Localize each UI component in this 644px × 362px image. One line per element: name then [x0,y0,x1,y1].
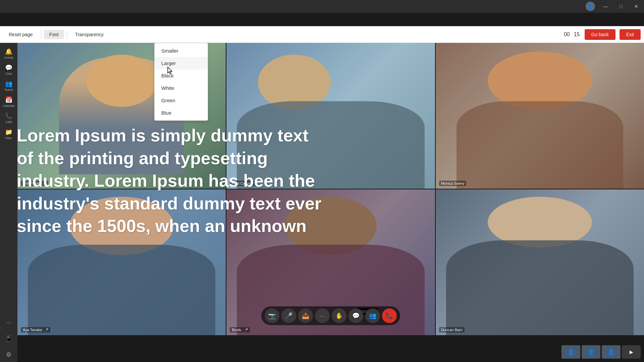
timer-seconds: 15 [574,32,580,38]
participant-label-britt: Britt Poker 🎤 [21,181,48,186]
sidebar-item-files[interactable]: 📁 Files [1,127,16,141]
participant-label-monica: Monica Saeny [439,181,467,186]
more-options-button[interactable]: ··· [315,308,330,323]
mini-avatar-1[interactable]: 👤 [561,345,580,359]
participant-label-bindu: Bindu 🎤 [230,327,250,333]
font-button[interactable]: Font [44,30,64,39]
mini-avatar-2[interactable]: 👤 [582,345,600,359]
sidebar-item-more[interactable]: ··· [1,315,16,330]
timer-minutes: 00 [564,32,570,38]
video-cell-paul: Paul Cannon [226,43,435,189]
annotation-bar: Reset page Font Transparency 00 15 Go ba… [0,26,644,43]
participant-label-paul: Paul Cannon [230,181,255,186]
mini-avatar-3[interactable]: 👤 [602,345,621,359]
transparency-button[interactable]: Transparency [70,30,109,39]
chat-icon: 💬 [5,64,12,71]
separator-2 [67,31,67,39]
bottom-right-avatars: 👤 👤 👤 ▶ [561,345,641,359]
minimize-button[interactable]: — [598,0,613,13]
files-icon: 📁 [5,128,12,136]
font-dropdown-menu: Smaller Larger Black White Green Blue [154,43,208,121]
title-bar-controls: — □ ✕ [598,0,644,13]
font-option-larger[interactable]: Larger [155,57,208,69]
separator-1 [41,31,41,39]
share-screen-button[interactable]: 📤 [298,308,313,323]
end-call-button[interactable]: 📞 [382,308,397,323]
video-toggle-button[interactable]: 📷 [265,308,279,323]
video-cell-aya: Aya Tanaka 🎤 [17,189,226,335]
reset-page-button[interactable]: Reset page [3,30,38,39]
mic-icon-aya: 🎤 [44,328,48,332]
video-cell-bindu: Bindu 🎤 Hang up 📷 🎤 📤 ··· ✋ 💬 👥 📞 [226,189,435,335]
video-cell-monica: Monica Saeny [436,43,644,189]
close-button[interactable]: ✕ [629,0,644,13]
font-option-smaller[interactable]: Smaller [155,45,208,57]
mic-icon-britt: 🎤 [42,182,46,185]
calendar-icon: 📅 [5,96,12,104]
mic-toggle-button[interactable]: 🎤 [281,308,296,323]
go-back-button[interactable]: Go back [585,29,615,40]
sidebar-item-teams[interactable]: 👥 Teams [1,78,16,93]
maximize-button[interactable]: □ [613,0,629,13]
sidebar-item-phone[interactable]: 📱 [1,331,16,346]
calls-icon: 📞 [5,112,12,120]
font-option-blue[interactable]: Blue [155,107,208,119]
more-icon: ··· [6,319,11,326]
participant-label-duncan: Duncan Barn [439,327,465,333]
font-option-green[interactable]: Green [155,94,208,107]
call-controls-bar: 📷 🎤 📤 ··· ✋ 💬 👥 📞 [261,306,400,325]
phone-icon: 📱 [5,335,12,342]
sidebar-item-settings[interactable]: ⚙ [1,347,16,362]
user-avatar-area: 👤 [586,2,595,11]
video-grid: Britt Poker 🎤 Paul Cannon Monica Saeny A… [17,43,644,335]
sidebar-item-calls[interactable]: 📞 Calls [1,111,16,125]
sidebar-item-calendar[interactable]: 📅 Calendar [1,95,16,109]
sidebar-item-activity[interactable]: 🔔 Activity [1,46,16,61]
teams-icon: 👥 [5,80,12,87]
exit-button[interactable]: Exit [620,29,641,40]
font-option-black[interactable]: Black [155,69,208,82]
settings-icon: ⚙ [6,351,11,358]
user-avatar: 👤 [586,2,595,11]
video-cell-duncan: Duncan Barn [436,189,644,335]
font-option-white[interactable]: White [155,82,208,94]
left-sidebar: 🔔 Activity 💬 Chat 👥 Teams 📅 Calendar 📞 C… [0,43,17,362]
participant-label-aya: Aya Tanaka 🎤 [21,327,50,333]
mini-avatar-expand[interactable]: ▶ [622,345,641,359]
chat-button[interactable]: 💬 [348,308,363,323]
timer-display: 00 15 [564,32,580,38]
participants-button[interactable]: 👥 [365,308,380,323]
raise-hand-button[interactable]: ✋ [332,308,346,323]
title-bar: 👤 — □ ✕ [0,0,644,13]
activity-icon: 🔔 [5,48,12,55]
mic-icon-bindu: 🎤 [244,328,248,332]
sidebar-item-chat[interactable]: 💬 Chat [1,62,16,77]
